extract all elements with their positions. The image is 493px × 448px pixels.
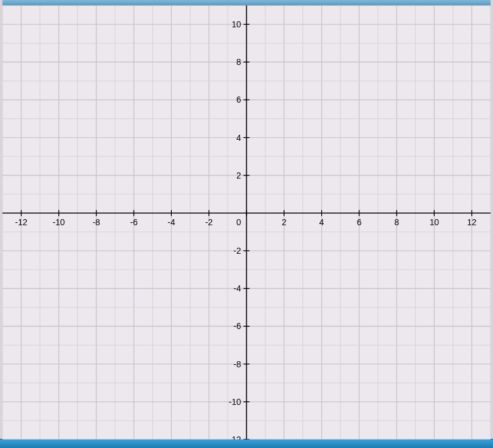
- y-tick-label: 2: [236, 171, 241, 180]
- x-tick-label: -8: [92, 217, 100, 227]
- x-tick-label: 6: [357, 217, 362, 227]
- x-tick-label: -4: [168, 217, 175, 227]
- x-tick-label: -12: [15, 217, 27, 227]
- x-tick-label: -10: [53, 217, 65, 227]
- y-tick-label: 4: [236, 133, 241, 143]
- y-tick-label: 10: [231, 19, 241, 29]
- y-tick-label: 8: [236, 57, 241, 67]
- window-bottom-border: [0, 439, 493, 448]
- y-tick-label: 6: [236, 95, 241, 104]
- x-tick-label: 8: [394, 217, 399, 227]
- x-tick-label: 12: [467, 217, 477, 227]
- y-tick-label: -6: [234, 321, 242, 331]
- y-tick-label: -10: [229, 397, 241, 407]
- x-tick-label: 10: [429, 217, 439, 227]
- origin-label: 0: [236, 217, 241, 227]
- y-tick-label: -12: [229, 435, 241, 440]
- y-tick-label: -8: [234, 359, 242, 369]
- y-tick-label: -4: [234, 283, 242, 293]
- graph-svg[interactable]: -12-10-8-6-4-224681012-12-10-8-6-4-22468…: [2, 5, 491, 440]
- x-tick-label: 2: [282, 217, 287, 227]
- graph-window: -12-10-8-6-4-224681012-12-10-8-6-4-22468…: [0, 0, 493, 448]
- x-tick-label: 4: [319, 217, 324, 227]
- x-tick-label: -2: [205, 217, 213, 227]
- y-tick-label: -2: [234, 246, 242, 256]
- cartesian-plane[interactable]: -12-10-8-6-4-224681012-12-10-8-6-4-22468…: [2, 5, 491, 440]
- window-right-border: [491, 0, 493, 448]
- x-tick-label: -6: [130, 217, 138, 227]
